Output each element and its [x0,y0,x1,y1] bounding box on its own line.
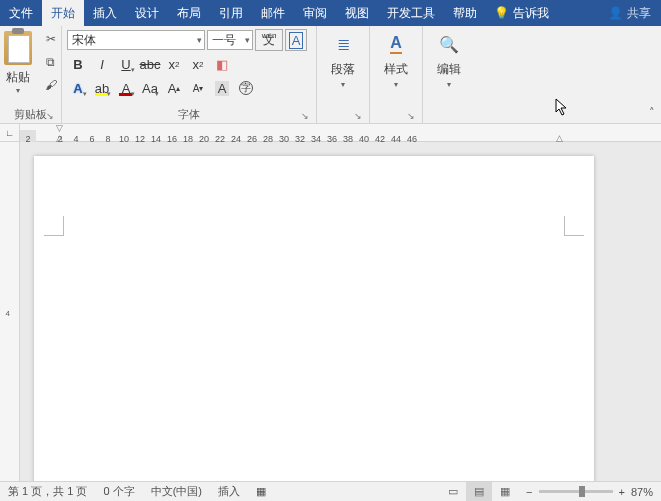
ruler-tick: 14 [148,130,164,142]
tab-review[interactable]: 审阅 [294,0,336,26]
zoom-in-button[interactable]: + [619,486,625,498]
horizontal-ruler[interactable]: ∟ ▽ △ △ 22468101214161820222426283032343… [0,124,661,142]
tab-selector[interactable]: ∟ [0,124,20,142]
status-words[interactable]: 0 个字 [95,484,142,499]
subscript-button[interactable]: x2 [163,53,185,75]
status-insert-mode[interactable]: 插入 [210,484,248,499]
first-line-indent-icon[interactable]: ▽ [56,124,63,133]
status-page[interactable]: 第 1 页，共 1 页 [0,484,95,499]
clipboard-icon [4,31,32,65]
paragraph-label: 段落 [331,61,355,78]
highlight-button[interactable]: ab▾ [91,77,113,99]
group-styles: A 样式 ▾ ↘ [370,26,423,123]
share-label: 共享 [627,5,651,22]
styles-label: 样式 [384,61,408,78]
ruler-tick: 10 [116,130,132,142]
tab-view[interactable]: 视图 [336,0,378,26]
paragraph-launcher[interactable]: ↘ [352,110,364,122]
tab-mailings[interactable]: 邮件 [252,0,294,26]
tell-me[interactable]: 💡 告诉我 [486,5,557,22]
character-border-button[interactable]: A [285,29,307,51]
zoom-out-button[interactable]: − [526,486,532,498]
ruler-tick: 18 [180,130,196,142]
superscript-button[interactable]: x2 [187,53,209,75]
hanging-indent-icon[interactable]: △ [56,133,63,142]
vertical-ruler[interactable]: 4224681012 [0,142,20,481]
ruler-tick: 36 [324,130,340,142]
view-web-layout[interactable]: ▦ [492,482,518,502]
shrink-font-button[interactable]: A▾ [187,77,209,99]
ruler-tick: 40 [356,130,372,142]
right-indent-icon[interactable]: △ [556,133,563,142]
tab-design[interactable]: 设计 [126,0,168,26]
change-case-button[interactable]: Aa▾ [139,77,161,99]
ruler-tick [36,124,52,142]
group-font-label: 字体 [178,107,200,122]
tab-layout[interactable]: 布局 [168,0,210,26]
styles-button[interactable]: A 样式 ▾ [375,29,417,89]
editing-button[interactable]: 🔍 编辑 ▾ [428,29,470,89]
ruler-tick: 4 [68,130,84,142]
scissors-icon: ✂ [46,32,56,46]
font-size-value: 一号 [212,32,236,49]
margin-corner-tr [564,216,584,236]
underline-button[interactable]: U▾ [115,53,137,75]
enclose-characters-button[interactable]: 字 [235,77,257,99]
text-effects-button[interactable]: A▾ [67,77,89,99]
italic-button[interactable]: I [91,53,113,75]
menu-tabs: 文件 开始 插入 设计 布局 引用 邮件 审阅 视图 开发工具 帮助 💡 告诉我… [0,0,661,26]
paragraph-button[interactable]: ≣ 段落 ▾ [322,29,364,89]
group-paragraph: ≣ 段落 ▾ ↘ [317,26,370,123]
ruler-tick: 2 [20,130,36,142]
document-canvas[interactable] [20,142,661,481]
tab-references[interactable]: 引用 [210,0,252,26]
ruler-tick: 28 [260,130,276,142]
paste-button[interactable]: 粘贴 ▾ [0,29,36,95]
font-launcher[interactable]: ↘ [299,110,311,122]
format-painter-button[interactable]: 🖌 [40,75,62,95]
view-print-layout[interactable]: ▤ [466,482,492,502]
clear-formatting-button[interactable]: ◧ [211,53,233,75]
group-clipboard: 粘贴 ▾ ✂ ⧉ 🖌 剪贴板↘ [0,26,62,123]
ruler-tick: 42 [372,130,388,142]
view-read-mode[interactable]: ▭ [440,482,466,502]
brush-icon: 🖌 [45,78,57,92]
collapse-ribbon-button[interactable]: ˄ [649,106,655,119]
ruler-tick: 34 [308,130,324,142]
ruler-tick: 26 [244,130,260,142]
font-color-button[interactable]: A▾ [115,77,137,99]
group-font: 宋体 一号 wén文 A B I U▾ abc x2 x2 ◧ A▾ ab▾ A… [62,26,317,123]
font-size-combo[interactable]: 一号 [207,30,253,50]
ruler-tick: 46 [404,130,420,142]
clipboard-launcher[interactable]: ↘ [44,110,56,122]
lightbulb-icon: 💡 [494,6,509,20]
character-shading-button[interactable]: A [211,77,233,99]
styles-launcher[interactable]: ↘ [405,110,417,122]
tab-help[interactable]: 帮助 [444,0,486,26]
strikethrough-button[interactable]: abc [139,53,161,75]
zoom-value[interactable]: 87% [631,486,653,498]
font-name-value: 宋体 [72,32,96,49]
copy-button[interactable]: ⧉ [40,52,62,72]
tab-file[interactable]: 文件 [0,0,42,26]
ruler-tick: 20 [196,130,212,142]
tab-home[interactable]: 开始 [42,0,84,26]
page[interactable] [34,156,594,481]
grow-font-button[interactable]: A▴ [163,77,185,99]
font-name-combo[interactable]: 宋体 [67,30,205,50]
cut-button[interactable]: ✂ [40,29,62,49]
zoom-slider[interactable] [539,490,613,493]
ruler-tick: 12 [132,130,148,142]
share-button[interactable]: 👤 共享 [598,5,661,22]
ruler-tick: 38 [340,130,356,142]
tab-insert[interactable]: 插入 [84,0,126,26]
phonetic-guide-button[interactable]: wén文 [255,29,283,51]
document-area: 4224681012 [0,142,661,481]
ruler-tick: 8 [100,130,116,142]
paste-label: 粘贴 [6,69,30,86]
status-language[interactable]: 中文(中国) [143,484,210,499]
margin-corner-tl [44,216,64,236]
bold-button[interactable]: B [67,53,89,75]
status-macro[interactable]: ▦ [248,485,274,498]
tab-developer[interactable]: 开发工具 [378,0,444,26]
